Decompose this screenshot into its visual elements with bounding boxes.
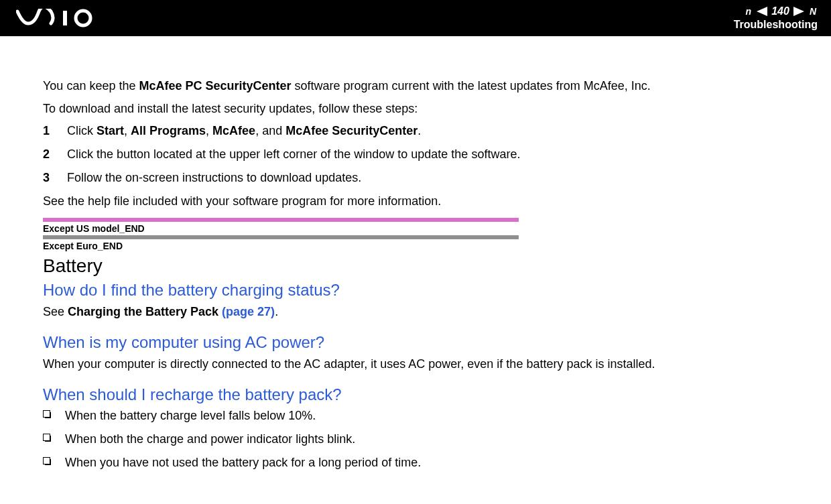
step-text: Follow the on-screen instructions to dow… (67, 168, 361, 188)
answer-1: See Charging the Battery Pack (page 27). (43, 302, 797, 322)
svg-rect-0 (63, 11, 67, 25)
question-1: How do I find the battery charging statu… (43, 281, 797, 300)
page-number: 140 (771, 5, 789, 17)
text: software program current with the latest… (292, 79, 651, 92)
text: . (418, 124, 421, 137)
bullet-text: When both the charge and power indicator… (65, 430, 355, 448)
step-1: 1 Click Start, All Programs, McAfee, and… (43, 121, 797, 141)
page-nav: n 140 N (745, 5, 818, 17)
answer-2: When your computer is directly connected… (43, 355, 797, 375)
text-bold: McAfee PC SecurityCenter (139, 79, 291, 92)
step-3: 3 Follow the on-screen instructions to d… (43, 168, 797, 188)
steps-list: 1 Click Start, All Programs, McAfee, and… (43, 121, 797, 187)
intro-block: You can keep the McAfee PC SecurityCente… (43, 76, 797, 119)
text-bold: McAfee (212, 124, 255, 137)
marker-bar-gray (43, 235, 519, 239)
step-text: Click Start, All Programs, McAfee, and M… (67, 121, 421, 141)
text: Click (67, 124, 97, 137)
nav-letter-next: N (810, 6, 816, 17)
bullet-text: When you have not used the battery pack … (65, 454, 421, 472)
step-number: 1 (43, 121, 67, 141)
text: , (124, 124, 131, 137)
text: , (206, 124, 212, 137)
prev-page-arrow-icon[interactable] (757, 7, 767, 16)
intro-line-1: You can keep the McAfee PC SecurityCente… (43, 76, 797, 97)
header-bar: n 140 N Troubleshooting (0, 0, 831, 36)
question-3: When should I recharge the battery pack? (43, 385, 797, 404)
vaio-logo (16, 8, 110, 28)
bullet-item: When the battery charge level falls belo… (43, 407, 797, 425)
bullet-text: When the battery charge level falls belo… (65, 407, 316, 425)
step-number: 2 (43, 145, 67, 164)
step-2: 2 Click the button located at the upper … (43, 145, 797, 164)
after-steps: See the help file included with your sof… (43, 192, 797, 212)
text: You can keep the (43, 79, 139, 92)
step-number: 3 (43, 168, 67, 188)
marker-bar-pink (43, 218, 519, 222)
intro-line-2: To download and install the latest secur… (43, 99, 797, 119)
text-bold: McAfee SecurityCenter (285, 124, 418, 137)
square-bullet-icon (43, 457, 50, 464)
text-bold: Charging the Battery Pack (68, 305, 222, 318)
svg-point-1 (76, 11, 90, 25)
question-2: When is my computer using AC power? (43, 333, 797, 352)
text-bold: Start (97, 124, 124, 137)
square-bullet-icon (43, 434, 50, 441)
step-text: Click the button located at the upper le… (67, 145, 520, 164)
text: . (275, 305, 278, 318)
marker-label-1: Except US model_END (43, 223, 797, 234)
bullet-item: When you have not used the battery pack … (43, 454, 797, 472)
heading-battery: Battery (43, 255, 797, 277)
square-bullet-icon (43, 410, 50, 418)
header-right: n 140 N Troubleshooting (734, 5, 818, 31)
nav-letter-prev: n (746, 6, 752, 17)
page-content: You can keep the McAfee PC SecurityCente… (0, 36, 831, 472)
marker-label-2: Except Euro_END (43, 241, 797, 251)
text: , and (255, 124, 285, 137)
text-bold: All Programs (131, 124, 206, 137)
page-link[interactable]: (page 27) (222, 305, 275, 318)
answer-3-list: When the battery charge level falls belo… (43, 407, 797, 472)
text: See (43, 305, 68, 318)
bullet-item: When both the charge and power indicator… (43, 430, 797, 448)
section-label: Troubleshooting (734, 19, 818, 31)
next-page-arrow-icon[interactable] (793, 7, 804, 16)
